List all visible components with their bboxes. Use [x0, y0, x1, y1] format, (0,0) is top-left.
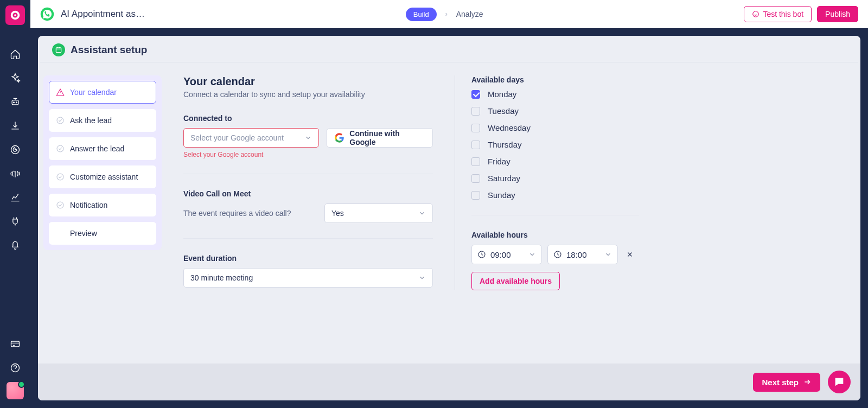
svg-point-13: [57, 145, 63, 152]
time-to-value: 18:00: [566, 250, 587, 259]
svg-point-10: [753, 11, 759, 17]
crumb-separator-icon: ›: [445, 10, 448, 18]
google-logo-icon: [335, 133, 344, 143]
nav-home-icon[interactable]: [5, 44, 25, 64]
nav-integrations-icon[interactable]: [5, 212, 25, 231]
body: Assistant setup Your calendar Ask the le…: [30, 28, 868, 408]
time-from-select[interactable]: 09:00: [471, 245, 542, 264]
step-notification[interactable]: Notification: [49, 194, 156, 216]
nav-ai-icon[interactable]: [5, 68, 25, 88]
checkbox[interactable]: [471, 107, 480, 116]
user-avatar[interactable]: [7, 382, 24, 399]
day-label: Sunday: [488, 190, 515, 200]
next-step-label: Next step: [762, 378, 799, 387]
left-rail: [0, 0, 30, 408]
day-label: Monday: [488, 90, 516, 99]
day-sunday: Sunday: [471, 190, 639, 200]
nav-broadcast-icon[interactable]: [5, 164, 25, 183]
step-label: Answer the lead: [70, 144, 124, 153]
form-subheading: Connect a calendar to sync and setup you…: [183, 90, 433, 99]
nav-analytics-icon[interactable]: [5, 188, 25, 207]
form-left-col: Your calendar Connect a calendar to sync…: [183, 75, 433, 288]
checkbox[interactable]: [471, 157, 480, 166]
checkbox[interactable]: [471, 90, 480, 99]
svg-point-5: [16, 102, 17, 103]
continue-with-google-button[interactable]: Continue with Google: [327, 128, 433, 148]
step-preview[interactable]: Preview: [49, 222, 156, 245]
tab-analyze[interactable]: Analyze: [456, 10, 483, 18]
add-available-hours-button[interactable]: Add available hours: [471, 272, 560, 290]
form-area: Your calendar Connect a calendar to sync…: [183, 75, 847, 350]
alert-icon: [56, 88, 65, 97]
nav-help-icon[interactable]: [5, 358, 25, 378]
test-bot-label: Test this bot: [763, 10, 803, 18]
clock-icon: [477, 250, 486, 259]
bot-title[interactable]: AI Appointment as…: [61, 9, 145, 20]
svg-point-4: [14, 102, 15, 103]
checkbox[interactable]: [471, 174, 480, 183]
nav-download-icon[interactable]: [5, 116, 25, 136]
day-tuesday: Tuesday: [471, 106, 639, 116]
video-call-select[interactable]: Yes: [324, 203, 433, 223]
test-bot-button[interactable]: Test this bot: [744, 6, 812, 22]
chevron-down-icon: [528, 251, 536, 258]
check-circle-icon: [56, 201, 65, 209]
publish-button[interactable]: Publish: [817, 6, 858, 22]
chevron-down-icon: [304, 134, 312, 142]
checkbox[interactable]: [471, 191, 480, 200]
step-answer-lead[interactable]: Answer the lead: [49, 137, 156, 160]
nav-robot-icon[interactable]: [5, 92, 25, 112]
footer-strip: Next step: [38, 364, 860, 400]
days-list: Monday Tuesday Wednesday Thursday Friday…: [471, 90, 639, 200]
form-heading: Your calendar: [183, 75, 433, 88]
panel-head: Assistant setup: [40, 36, 858, 62]
check-circle-icon: [56, 116, 65, 125]
publish-label: Publish: [825, 10, 850, 18]
step-your-calendar[interactable]: Your calendar: [49, 81, 156, 104]
step-label: Customize assistant: [70, 173, 138, 181]
next-step-button[interactable]: Next step: [753, 373, 820, 392]
check-circle-icon: [56, 173, 65, 181]
divider: [471, 215, 639, 215]
whatsapp-channel-icon: [40, 7, 54, 21]
hours-row: 09:00 18:00: [471, 245, 639, 264]
day-friday: Friday: [471, 157, 639, 166]
account-error-text: Select your Google account: [183, 151, 319, 158]
select-placeholder: Select your Google account: [190, 133, 284, 142]
svg-point-2: [14, 14, 16, 16]
chevron-down-icon: [604, 251, 612, 258]
step-customize-assistant[interactable]: Customize assistant: [49, 165, 156, 188]
checkbox[interactable]: [471, 141, 480, 149]
steps-card: Your calendar Ask the lead Answer the le…: [43, 75, 162, 250]
video-call-question: The event requires a video call?: [183, 209, 291, 218]
available-hours-label: Available hours: [471, 231, 639, 239]
svg-rect-7: [11, 341, 20, 347]
app-area: AI Appointment as… Build › Analyze Test …: [30, 0, 868, 408]
divider: [183, 238, 433, 239]
duration-value: 30 minute meeting: [190, 273, 253, 282]
nav-card-icon[interactable]: [5, 334, 25, 354]
step-label: Notification: [70, 201, 107, 209]
remove-hours-button[interactable]: [623, 248, 636, 261]
support-chat-button[interactable]: [828, 371, 851, 393]
svg-point-12: [57, 117, 63, 124]
time-to-select[interactable]: 18:00: [547, 245, 618, 264]
nav-notifications-icon[interactable]: [5, 235, 25, 255]
svg-point-14: [57, 174, 63, 180]
google-account-select[interactable]: Select your Google account: [183, 128, 319, 148]
app-logo[interactable]: [5, 5, 25, 25]
connected-to-label: Connected to: [183, 114, 433, 123]
nav-whatsapp-icon[interactable]: [5, 140, 25, 160]
tab-build[interactable]: Build: [406, 8, 437, 21]
duration-select[interactable]: 30 minute meeting: [183, 268, 433, 288]
step-label: Ask the lead: [70, 116, 112, 125]
svg-rect-3: [12, 100, 18, 105]
step-label: Preview: [70, 229, 97, 238]
step-ask-lead[interactable]: Ask the lead: [49, 109, 156, 132]
available-days-label: Available days: [471, 75, 639, 84]
checkbox[interactable]: [471, 124, 480, 132]
add-hours-label: Add available hours: [480, 277, 552, 285]
calendar-setup-icon: [52, 43, 65, 56]
day-monday: Monday: [471, 90, 639, 99]
svg-point-15: [57, 202, 63, 208]
